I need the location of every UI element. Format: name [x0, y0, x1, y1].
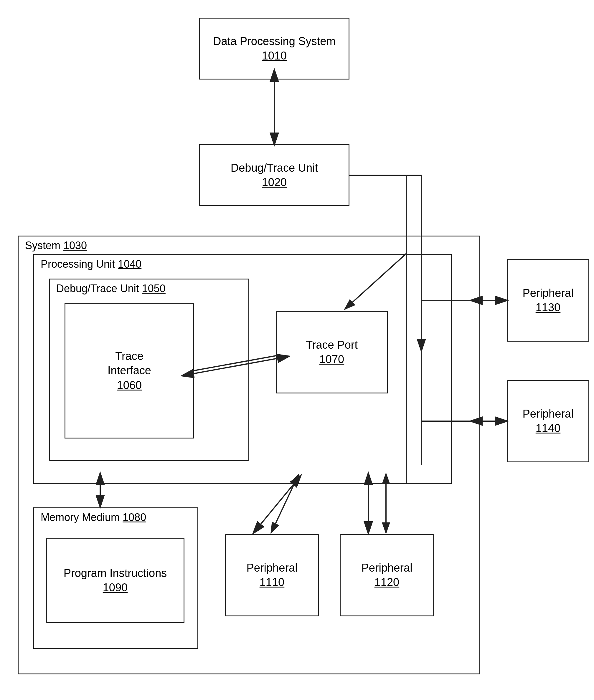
- system-label: System 1030: [24, 239, 88, 252]
- peripheral-1120-box: Peripheral 1120: [340, 534, 434, 616]
- dps-num: 1010: [262, 48, 287, 63]
- peripheral-1130-num: 1130: [536, 301, 561, 315]
- peripheral-1110-label: Peripheral: [246, 561, 297, 575]
- peripheral-1140-label: Peripheral: [522, 407, 573, 421]
- peripheral-1140-box: Peripheral 1140: [507, 380, 589, 462]
- trace-port-label: Trace Port: [306, 338, 358, 352]
- peripheral-1120-num: 1120: [374, 575, 399, 590]
- trace-interface-num: 1060: [117, 378, 142, 392]
- memory-medium-label: Memory Medium 1080: [39, 511, 147, 524]
- program-instructions-label: Program Instructions: [64, 566, 167, 581]
- peripheral-1110-num: 1110: [260, 575, 285, 590]
- trace-interface-box: TraceInterface 1060: [65, 303, 194, 439]
- processing-unit-label: Processing Unit 1040: [39, 258, 143, 270]
- dps-label: Data Processing System: [213, 34, 336, 48]
- memory-medium-container: Memory Medium 1080 Program Instructions …: [33, 508, 198, 649]
- peripheral-1130-box: Peripheral 1130: [507, 259, 589, 342]
- debug-trace-unit-top-box: Debug/Trace Unit 1020: [199, 144, 350, 206]
- data-processing-system-box: Data Processing System 1010: [199, 18, 350, 79]
- dtu-top-label: Debug/Trace Unit: [231, 161, 318, 175]
- dtu-inner-label: Debug/Trace Unit 1050: [55, 282, 167, 295]
- trace-interface-label: TraceInterface: [107, 349, 151, 378]
- peripheral-1120-label: Peripheral: [361, 561, 412, 575]
- dtu-top-num: 1020: [262, 175, 287, 190]
- system-container: System 1030 Processing Unit 1040 Debug/T…: [18, 236, 480, 674]
- trace-port-num: 1070: [319, 352, 344, 366]
- peripheral-1140-num: 1140: [536, 421, 561, 435]
- processing-unit-container: Processing Unit 1040 Debug/Trace Unit 10…: [33, 254, 452, 484]
- diagram: Data Processing System 1010 Debug/Trace …: [0, 0, 594, 700]
- peripheral-1130-label: Peripheral: [522, 286, 573, 301]
- trace-port-box: Trace Port 1070: [276, 311, 388, 393]
- program-instructions-box: Program Instructions 1090: [46, 538, 185, 623]
- debug-trace-unit-inner-container: Debug/Trace Unit 1050 TraceInterface 106…: [49, 279, 249, 461]
- peripheral-1110-box: Peripheral 1110: [225, 534, 319, 616]
- program-instructions-num: 1090: [103, 581, 128, 595]
